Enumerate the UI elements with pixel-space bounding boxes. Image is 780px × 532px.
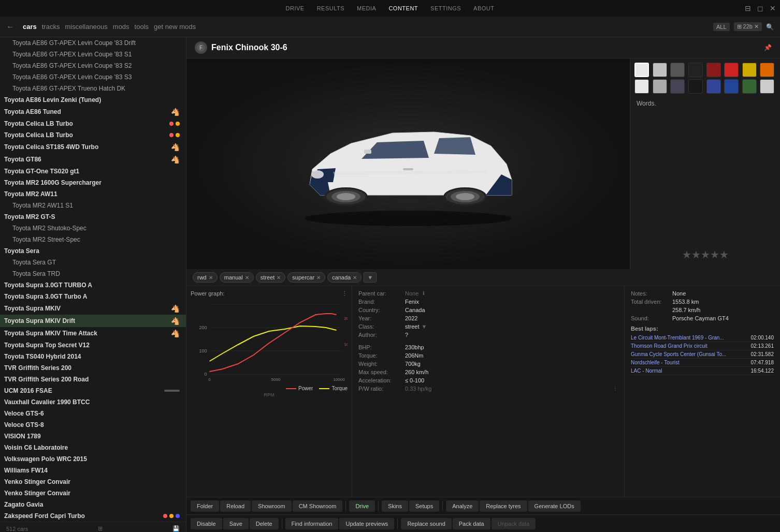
tag-rwd[interactable]: rwd ✕ [193,272,218,283]
nav-drive[interactable]: DRIVE [286,5,305,11]
star-5[interactable]: ★ [719,248,729,261]
list-item[interactable]: Toyota AE86 GT-APEX Trueno Hatch DK [0,83,186,94]
cm-showroom-button[interactable]: CM Showroom [293,500,343,512]
list-item[interactable]: Toyota AE86 Tuned 🐴 [0,106,186,118]
maximize-icon[interactable]: ◻ [757,4,763,12]
lap-track-3[interactable]: Gunma Cycle Sports Center (Gunsai To... [631,351,747,357]
list-item[interactable]: Toyota Sera [0,245,186,257]
back-button[interactable]: ← [6,22,15,32]
list-item[interactable]: Toyota Celica ST185 4WD Turbo 🐴 [0,141,186,153]
list-item[interactable]: Toyota AE86 Levin Zenki (Tuned) [0,94,186,106]
breadcrumb-tracks[interactable]: tracks [42,23,60,31]
tag-supercar[interactable]: supercar ✕ [287,272,325,283]
list-item[interactable]: Toyota Celica LB Turbo [0,129,186,141]
nav-settings[interactable]: SETTINGS [430,5,461,11]
color-swatch[interactable] [742,63,757,77]
showroom-button[interactable]: Showroom [252,500,292,512]
list-item[interactable]: Toyota TS040 Hybrid 2014 [0,351,186,362]
info-more-icon[interactable]: ⋮ [612,386,618,392]
unpack-data-button[interactable]: Unpack data [492,518,536,529]
list-item[interactable]: Toyota MR2 AW11 S1 [0,200,186,211]
list-item[interactable]: Toyota MR2 1600G Supercharger [0,177,186,188]
tag-manual[interactable]: manual ✕ [220,272,254,283]
graph-options-icon[interactable]: ⋮ [342,290,348,297]
list-item[interactable]: Toyota AE86 GT-APEX Levin Coupe '83 S1 [0,49,186,60]
list-item[interactable]: Toyota GT-One TS020 gt1 [0,166,186,177]
color-swatch[interactable] [653,79,667,94]
list-item[interactable]: Toyota Supra MKIV 🐴 [0,302,186,315]
color-swatch[interactable] [760,63,774,77]
rating-stars[interactable]: ★ ★ ★ ★ ★ [634,244,776,265]
breadcrumb-get-new-mods[interactable]: get new mods [154,23,196,31]
color-swatch[interactable] [634,63,649,77]
list-item[interactable]: Toyota Supra MKIV Time Attack 🐴 [0,327,186,339]
list-item[interactable]: TVR Griffith Series 200 Road [0,374,186,385]
skins-button[interactable]: Skins [382,500,408,512]
breadcrumb-miscellaneous[interactable]: miscellaneous [65,23,107,31]
list-item[interactable]: Toyota Sera GT [0,257,186,268]
filter-all[interactable]: ALL [713,23,730,31]
nav-content[interactable]: CONTENT [388,5,418,11]
list-item[interactable]: Zakspeed Ford Capri Turbo [0,510,186,522]
list-item[interactable]: Yenko Stinger Convair [0,476,186,487]
pack-data-button[interactable]: Pack data [453,518,490,529]
list-item[interactable]: Toyota MR2 Street-Spec [0,234,186,245]
close-icon[interactable]: ✕ [770,4,776,12]
lap-track-2[interactable]: Thomson Road Grand Prix circuit [631,343,747,349]
list-item[interactable]: Toyota Supra MKIV Drift 🐴 [0,315,186,327]
lap-track-4[interactable]: Nordschleife - Tourist [631,360,747,365]
list-item[interactable]: Veloce GTS-8 [0,419,186,431]
replace-tyres-button[interactable]: Replace tyres [480,500,527,512]
list-item[interactable]: Yenko Stinger Convair [0,487,186,499]
list-item[interactable]: Toyota Supra 3.0GT TURBO A [0,279,186,291]
breadcrumb-cars[interactable]: cars [23,23,37,31]
save-button[interactable]: Save [223,518,249,529]
list-item[interactable]: Williams FW14 [0,465,186,476]
replace-sound-button[interactable]: Replace sound [401,518,451,529]
tag-street[interactable]: street ✕ [256,272,286,283]
delete-button[interactable]: Delete [250,518,279,529]
color-swatch[interactable] [670,63,685,77]
list-item[interactable]: Toyota Supra Top Secret V12 [0,339,186,351]
disable-button[interactable]: Disable [191,518,222,529]
list-item[interactable]: Toyota AE86 GT-APEX Levin Coupe '83 S3 [0,71,186,83]
list-item[interactable]: UCM 2016 FSAE [0,385,186,396]
breadcrumb-tools[interactable]: tools [135,23,149,31]
list-item[interactable]: Toyota Sera TRD [0,268,186,279]
color-swatch[interactable] [706,63,721,77]
list-item[interactable]: Volkswagen Polo WRC 2015 [0,453,186,465]
lap-track-5[interactable]: LAC - Normal [631,368,747,374]
reload-button[interactable]: Reload [220,500,251,512]
star-1[interactable]: ★ [682,248,691,261]
list-item[interactable]: Zagato Gavia [0,499,186,510]
update-previews-button[interactable]: Update previews [339,518,394,529]
parent-info-icon[interactable]: ℹ [423,290,425,297]
color-swatch[interactable] [688,79,703,94]
list-item[interactable]: Toyota AE86 GT-APEX Levin Coupe '83 Drif… [0,37,186,49]
nav-about[interactable]: ABOUT [473,5,494,11]
color-swatch[interactable] [724,63,739,77]
pin-button[interactable]: 📌 [764,44,772,51]
breadcrumb-mods[interactable]: mods [113,23,129,31]
list-item[interactable]: Toyota MR2 AW11 [0,188,186,200]
tag-canada[interactable]: canada ✕ [327,272,362,283]
generate-lods-button[interactable]: Generate LODs [528,500,581,512]
list-item[interactable]: Toyota Supra 3.0GT Turbo A [0,291,186,302]
color-swatch[interactable] [760,79,774,94]
color-swatch[interactable] [670,79,685,94]
color-swatch[interactable] [688,63,703,77]
list-item[interactable]: Toyota GT86 🐴 [0,153,186,166]
list-item[interactable]: Toyota AE86 GT-APEX Levin Coupe '83 S2 [0,60,186,71]
setups-button[interactable]: Setups [409,500,439,512]
nav-results[interactable]: RESULTS [317,5,344,11]
save-icon[interactable]: 💾 [172,525,180,532]
analyze-button[interactable]: Analyze [446,500,479,512]
star-3[interactable]: ★ [701,248,710,261]
tag-dropdown[interactable]: ▼ [364,272,377,283]
list-item[interactable]: Toyota MR2 GT-S [0,211,186,223]
list-item[interactable]: Toyota MR2 Shutoko-Spec [0,223,186,234]
search-icon[interactable]: 🔍 [766,23,774,31]
list-item[interactable]: Toyota Celica LB Turbo [0,118,186,129]
color-swatch[interactable] [634,79,649,94]
find-information-button[interactable]: Find information [285,518,339,529]
